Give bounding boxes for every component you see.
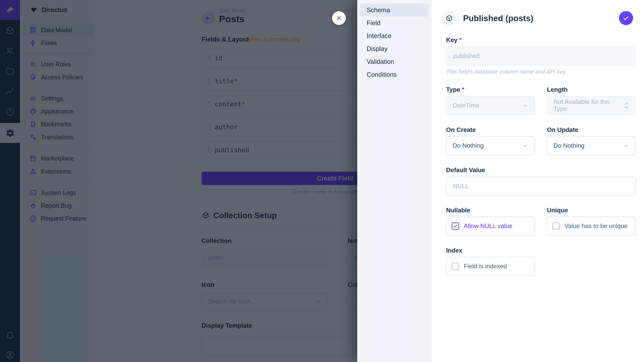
drawer-tab-list: Schema Field Interface Display Validatio… bbox=[357, 0, 432, 362]
nullable-label: Nullable bbox=[446, 207, 470, 214]
chevron-down-icon bbox=[522, 142, 528, 149]
index-checkbox-row[interactable]: Field is indexed bbox=[446, 257, 535, 276]
save-button[interactable] bbox=[619, 11, 633, 25]
checkbox-unchecked-icon[interactable] bbox=[452, 263, 459, 270]
on-update-label: On Update bbox=[547, 126, 578, 133]
on-create-label: On Create bbox=[446, 126, 476, 133]
allow-null-checkbox-row[interactable]: Allow NULL value bbox=[446, 217, 535, 236]
chevron-down-icon bbox=[622, 142, 629, 149]
tab-field[interactable]: Field bbox=[360, 16, 429, 29]
tab-interface[interactable]: Interface bbox=[360, 29, 429, 42]
length-input[interactable]: Not Available for this Type bbox=[547, 96, 636, 115]
on-create-select[interactable]: Do Nothing bbox=[446, 136, 535, 155]
drawer-body: Published (posts) Key * This field's dat… bbox=[432, 0, 644, 362]
close-drawer-button[interactable] bbox=[332, 11, 346, 25]
checkbox-unchecked-icon[interactable] bbox=[552, 222, 560, 230]
tab-conditions[interactable]: Conditions bbox=[360, 68, 429, 81]
index-label: Index bbox=[446, 247, 462, 254]
drawer-title: Published (posts) bbox=[463, 13, 533, 23]
type-select[interactable]: DateTime bbox=[446, 96, 535, 115]
key-label: Key * bbox=[446, 36, 462, 43]
close-icon bbox=[336, 15, 342, 21]
field-detail-drawer: Schema Field Interface Display Validatio… bbox=[357, 0, 644, 362]
chevron-down-icon bbox=[522, 102, 528, 109]
number-stepper-icon[interactable] bbox=[624, 102, 629, 109]
length-label: Length bbox=[547, 86, 568, 93]
type-label: Type * bbox=[446, 86, 464, 93]
key-input[interactable] bbox=[446, 46, 636, 65]
check-icon bbox=[622, 14, 630, 22]
default-value-input[interactable] bbox=[446, 177, 636, 196]
default-value-label: Default Value bbox=[446, 167, 485, 174]
key-helper-text: This field's database column name and AP… bbox=[446, 68, 566, 75]
modal-overlay[interactable] bbox=[0, 0, 357, 362]
box-icon bbox=[445, 14, 453, 22]
checkbox-checked-icon[interactable] bbox=[452, 222, 459, 230]
on-update-select[interactable]: Do Nothing bbox=[547, 136, 636, 155]
tab-validation[interactable]: Validation bbox=[360, 55, 429, 68]
field-type-avatar bbox=[442, 11, 457, 26]
unique-checkbox-row[interactable]: Value has to be unique bbox=[547, 217, 636, 236]
tab-schema[interactable]: Schema bbox=[360, 4, 429, 16]
unique-label: Unique bbox=[547, 207, 568, 214]
tab-display[interactable]: Display bbox=[360, 42, 429, 55]
